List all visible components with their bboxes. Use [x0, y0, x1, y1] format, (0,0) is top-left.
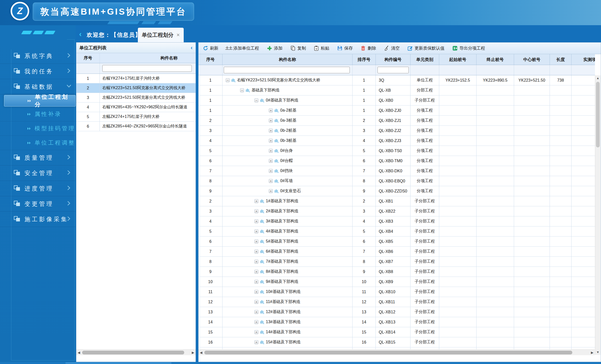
- column-header[interactable]: 排序号: [353, 54, 376, 65]
- expand-toggle-icon[interactable]: +: [269, 109, 273, 112]
- scroll-right-arrow-icon[interactable]: ▶: [590, 350, 595, 355]
- expand-toggle-icon[interactable]: +: [269, 159, 273, 163]
- expand-toggle-icon[interactable]: +: [255, 199, 258, 203]
- expand-toggle-icon[interactable]: +: [255, 320, 258, 324]
- column-header[interactable]: 序号: [199, 54, 223, 65]
- collapse-toggle-icon[interactable]: −: [255, 98, 258, 102]
- component-row[interactable]: 1−0#基础及下部构造1QL-XB0子分部工程: [199, 95, 595, 106]
- sidebar-subitem-2-2[interactable]: 模型挂码管理: [0, 121, 76, 136]
- component-row[interactable]: 4+3#基础及下部构造4QL-XB3子分部工程: [199, 216, 595, 226]
- panel-collapse-icon[interactable]: ‹: [191, 45, 193, 51]
- sidebar-collapse-icon[interactable]: ‹: [79, 30, 82, 38]
- component-row[interactable]: 14+13#基础及下部构造14QL-XB13子分部工程: [199, 317, 595, 327]
- expand-toggle-icon[interactable]: +: [255, 229, 258, 233]
- expand-toggle-icon[interactable]: +: [269, 169, 273, 173]
- scrollbar-thumb[interactable]: [82, 351, 184, 354]
- component-code-filter-input[interactable]: [377, 67, 409, 73]
- expand-toggle-icon[interactable]: +: [255, 280, 258, 284]
- scroll-up-arrow-icon[interactable]: ▲: [595, 75, 600, 81]
- component-row[interactable]: 9+0#支座垫石9QL-XB0-ZZDS0分项工程: [199, 186, 595, 196]
- main-horizontal-scrollbar[interactable]: ◀ ▶: [199, 349, 595, 355]
- expand-toggle-icon[interactable]: +: [255, 209, 258, 213]
- component-row[interactable]: 1−右幅YK223+521.50阿克塞分离式立交跨线大桥13Q单位工程YK223…: [199, 75, 595, 85]
- component-row[interactable]: 6+0#台帽6QL-XB0-TM0分项工程: [199, 156, 595, 166]
- scrollbar-thumb[interactable]: [596, 82, 600, 147]
- component-row[interactable]: 13+12#基础及下部构造13QL-XB12子分部工程: [199, 307, 595, 317]
- unit-project-row[interactable]: 1右幅YK274+175红崖子沟特大桥: [76, 74, 196, 83]
- expand-toggle-icon[interactable]: +: [255, 310, 258, 314]
- scrollbar-thumb[interactable]: [204, 351, 572, 354]
- sidebar-item-2[interactable]: 基础数据: [0, 79, 76, 94]
- column-header[interactable]: 单元类别: [410, 54, 439, 65]
- clear-button[interactable]: 清空: [384, 45, 400, 51]
- unit-project-row[interactable]: 3左幅ZK223+521.50阿克塞分离式立交跨线大桥: [76, 93, 196, 103]
- refresh-button[interactable]: 刷新: [203, 45, 218, 51]
- sidebar-item-0[interactable]: 系统字典: [0, 48, 76, 64]
- expand-toggle-icon[interactable]: +: [255, 270, 258, 274]
- component-row[interactable]: 8+0#耳墙8QL-XB0-EBQ0分项工程: [199, 176, 595, 186]
- column-header[interactable]: 起始桩号: [439, 54, 477, 65]
- expand-toggle-icon[interactable]: +: [255, 260, 258, 263]
- scroll-left-arrow-icon[interactable]: ◀: [199, 350, 204, 355]
- expand-toggle-icon[interactable]: +: [269, 129, 273, 133]
- column-header[interactable]: 长度: [550, 54, 572, 65]
- left-horizontal-scrollbar[interactable]: ◀ ▶: [76, 349, 196, 355]
- component-row[interactable]: 7+0#挡块7QL-XB0-DK0分项工程: [199, 166, 595, 176]
- component-row[interactable]: 16+15#基础及下部构造16QL-XB15子分部工程: [199, 337, 595, 347]
- component-row[interactable]: 1+0a-2桩基1QL-XB0-ZJ0分项工程: [199, 106, 595, 116]
- collapse-toggle-icon[interactable]: −: [240, 88, 244, 92]
- expand-toggle-icon[interactable]: +: [269, 149, 273, 153]
- copy-button[interactable]: 复制: [290, 45, 306, 51]
- collapse-toggle-icon[interactable]: −: [226, 78, 230, 82]
- tab-unit-project-division[interactable]: 单位工程划分 ×: [138, 28, 184, 42]
- scroll-right-arrow-icon[interactable]: ▶: [191, 350, 196, 355]
- component-row[interactable]: 5+0#台身5QL-XB0-TS0分项工程: [199, 146, 595, 156]
- update-default-button[interactable]: 更新质保默认值: [407, 45, 445, 51]
- component-row[interactable]: 8+7#基础及下部构造8QL-XB7子分部工程: [199, 257, 595, 267]
- scroll-down-arrow-icon[interactable]: ▼: [595, 349, 600, 355]
- tab-close-icon[interactable]: ×: [177, 32, 180, 38]
- unit-project-row[interactable]: 6左幅ZK285+440~ZK292+965阿尔金山特长隧道: [76, 122, 196, 131]
- sidebar-item-4[interactable]: 安全管理: [0, 166, 76, 181]
- expand-toggle-icon[interactable]: +: [255, 300, 258, 304]
- component-row[interactable]: 11+10#基础及下部构造11QL-XB10子分部工程: [199, 287, 595, 297]
- component-name-filter-input[interactable]: [224, 67, 350, 73]
- component-row[interactable]: 12+11#基础及下部构造12QL-XB11子分部工程: [199, 297, 595, 307]
- scroll-left-arrow-icon[interactable]: ◀: [76, 350, 81, 355]
- plus-button[interactable]: 添加: [267, 45, 282, 51]
- sidebar-subitem-2-0[interactable]: 单位工程划分: [4, 95, 76, 107]
- expand-toggle-icon[interactable]: +: [255, 240, 258, 243]
- component-row[interactable]: 2+1#基础及下部构造2QL-XB1子分部工程: [199, 196, 595, 206]
- column-header[interactable]: 中心桩号: [514, 54, 550, 65]
- component-row[interactable]: 1−基础及下部构造1QL-XB分部工程: [199, 85, 595, 95]
- export-excel-button[interactable]: 导出分项工程: [452, 45, 485, 51]
- component-row[interactable]: 5+4#基础及下部构造5QL-XB4子分部工程: [199, 226, 595, 237]
- sidebar-item-1[interactable]: 我的任务: [0, 64, 76, 79]
- expand-toggle-icon[interactable]: +: [269, 189, 273, 193]
- column-header[interactable]: 构件名称: [100, 53, 196, 63]
- expand-toggle-icon[interactable]: +: [255, 290, 258, 294]
- expand-toggle-icon[interactable]: +: [255, 219, 258, 223]
- unit-project-row[interactable]: 5左幅ZK274+175红崖子沟特大桥: [76, 112, 196, 122]
- component-row[interactable]: 9+8#基础及下部构造9QL-XB8子分部工程: [199, 267, 595, 277]
- expand-toggle-icon[interactable]: +: [255, 340, 258, 344]
- unit-name-filter-input[interactable]: [102, 65, 192, 72]
- sidebar-item-7[interactable]: 施工影像采集: [0, 212, 76, 227]
- unit-project-row[interactable]: 2右幅YK223+521.50阿克塞分离式立交跨线大桥: [76, 83, 196, 93]
- component-row[interactable]: 4+0b-3桩基4QL-XB0-ZJ3分项工程: [199, 136, 595, 146]
- component-row[interactable]: 15+14#基础及下部构造15QL-XB14子分部工程: [199, 327, 595, 337]
- paste-button[interactable]: 粘贴: [313, 45, 329, 51]
- delete-button[interactable]: 删除: [360, 45, 376, 51]
- add-unit-button[interactable]: 土土添加单位工程: [226, 45, 259, 51]
- unit-project-row[interactable]: 4右幅YK285+435~YK292+962阿尔金山特长隧道: [76, 103, 196, 112]
- sidebar-subitem-2-3[interactable]: 单位工程调整: [0, 136, 76, 150]
- expand-toggle-icon[interactable]: +: [269, 179, 273, 183]
- column-header[interactable]: 构件编号: [376, 54, 410, 65]
- expand-toggle-icon[interactable]: +: [255, 330, 258, 334]
- sidebar-item-6[interactable]: 变更管理: [0, 196, 76, 212]
- component-row[interactable]: 3+0b-2桩基3QL-XB0-ZJ2分项工程: [199, 126, 595, 136]
- component-row[interactable]: 3+2#基础及下部构造3QL-XB22子分部工程: [199, 206, 595, 216]
- expand-toggle-icon[interactable]: +: [255, 250, 258, 253]
- vertical-scrollbar[interactable]: ▲ ▼: [595, 75, 600, 355]
- column-header[interactable]: 构件名称: [223, 54, 353, 65]
